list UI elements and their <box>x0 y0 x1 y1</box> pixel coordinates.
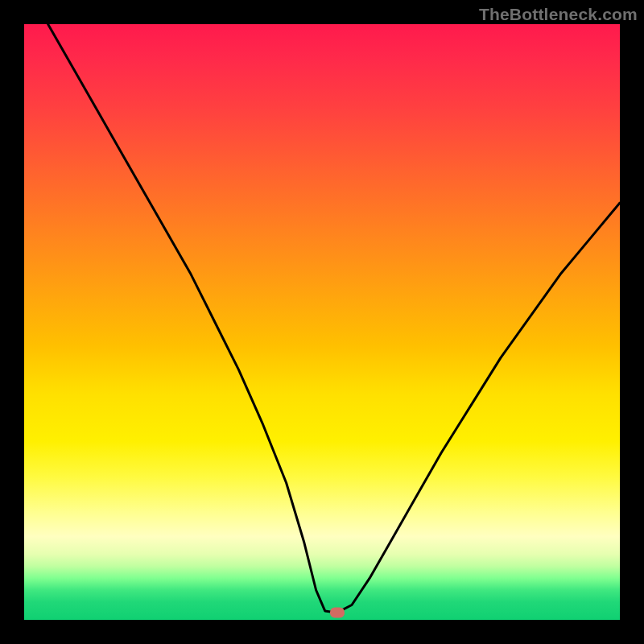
optimal-point-marker <box>330 608 345 618</box>
curve-svg <box>24 24 620 620</box>
chart-plot-area <box>24 24 620 620</box>
watermark-text: TheBottleneck.com <box>479 5 638 24</box>
bottleneck-curve <box>48 24 620 613</box>
